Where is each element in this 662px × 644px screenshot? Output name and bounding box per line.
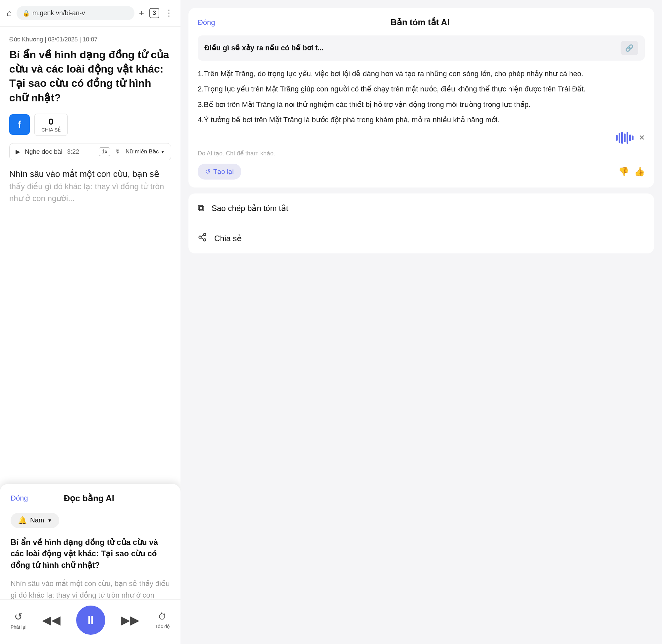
wave-visualization <box>616 132 634 144</box>
wave-bar-3 <box>621 132 623 144</box>
wave-close-button[interactable]: ✕ <box>639 134 645 142</box>
thumbs-down-button[interactable]: 👎 <box>618 167 629 177</box>
ai-actions: ↺ Tạo lại 👎 👍 <box>198 164 645 180</box>
browser-actions: + 3 ⋮ <box>139 8 174 18</box>
home-icon[interactable]: ⌂ <box>7 8 12 18</box>
mic-icon: 🎙 <box>115 148 121 155</box>
speed-badge[interactable]: 1x <box>99 147 110 156</box>
svg-line-4 <box>201 235 204 237</box>
wave-bar-2 <box>619 133 620 143</box>
ai-question-box: Điều gì sẽ xảy ra nếu có bể bơi t... 🔗 <box>198 36 645 61</box>
speed-button[interactable]: ⏱ Tốc độ <box>155 612 170 629</box>
share-count-box: 0 CHIA SẺ <box>34 114 68 136</box>
svg-line-3 <box>201 238 204 239</box>
copy-label: Sao chép bản tóm tắt <box>212 204 288 213</box>
summary-point-1: 1.Trên Mặt Trăng, do trọng lực yếu, việc… <box>198 68 645 80</box>
regenerate-label: Tạo lại <box>213 168 234 176</box>
pause-icon: ⏸ <box>85 613 97 627</box>
modal-title: Đọc bằng AI <box>64 493 114 504</box>
forward-button[interactable]: ▶▶ <box>121 613 139 627</box>
facebook-share-button[interactable]: f <box>9 114 30 135</box>
speed-label: Tốc độ <box>155 624 170 629</box>
more-menu-icon[interactable]: ⋮ <box>165 8 174 18</box>
tab-count-badge[interactable]: 3 <box>149 8 159 18</box>
chevron-down-icon: ▼ <box>160 149 165 154</box>
feedback-buttons: 👎 👍 <box>618 167 645 177</box>
share-bar: f 0 CHIA SẺ <box>9 114 171 136</box>
ai-summary-panel: Đóng Bản tóm tắt AI Điều gì sẽ xảy ra nế… <box>188 8 654 187</box>
ai-disclaimer: Do AI tạo. Chỉ để tham khảo. <box>198 150 645 157</box>
action-list: ⧉ Sao chép bản tóm tắt Chia sẻ <box>188 193 654 253</box>
left-panel: ⌂ 🔒 m.genk.vn/bi-an-v + 3 ⋮ Đức Khương |… <box>0 0 181 644</box>
pause-button[interactable]: ⏸ <box>76 605 105 635</box>
ai-summary-body: 1.Trên Mặt Trăng, do trọng lực yếu, việc… <box>198 68 645 126</box>
wave-bar-4 <box>624 134 625 142</box>
bell-icon: 🔔 <box>18 516 27 525</box>
modal-header: Đóng Đọc bằng AI <box>10 493 170 504</box>
article-meta: Đức Khương | 03/01/2025 | 10:07 <box>9 36 171 43</box>
wave-bar-6 <box>629 135 631 141</box>
share-label: Chia sẻ <box>214 234 242 243</box>
url-text: m.genk.vn/bi-an-v <box>32 9 85 17</box>
voice-selector[interactable]: Nữ miền Bắc ▼ <box>125 148 165 155</box>
copy-summary-item[interactable]: ⧉ Sao chép bản tóm tắt <box>188 193 654 223</box>
regenerate-button[interactable]: ↺ Tạo lại <box>198 164 241 180</box>
thumbs-up-button[interactable]: 👍 <box>634 167 645 177</box>
share-count: 0 <box>49 117 53 127</box>
modal-close-button[interactable]: Đóng <box>10 494 28 503</box>
share-label: CHIA SẺ <box>41 127 61 133</box>
wave-bar-5 <box>626 132 628 144</box>
wave-bar-1 <box>616 135 618 141</box>
share-icon <box>198 233 207 244</box>
audio-bar[interactable]: ▶ Nghe đọc bài 3:22 1x 🎙 Nữ miền Bắc ▼ <box>9 143 171 160</box>
copy-icon: ⧉ <box>198 203 204 214</box>
url-bar[interactable]: 🔒 m.genk.vn/bi-an-v <box>17 6 135 20</box>
article-preview: Nhìn sâu vào mắt một con cừu, bạn sẽ <box>9 168 171 181</box>
rewind-button[interactable]: ◀◀ <box>42 613 61 627</box>
speed-icon: ⏱ <box>158 612 167 622</box>
browser-bar: ⌂ 🔒 m.genk.vn/bi-an-v + 3 ⋮ <box>0 0 181 26</box>
modal-article-title: Bí ẩn về hình dạng đồng tử của cừu và cá… <box>10 537 170 571</box>
share-item[interactable]: Chia sẻ <box>188 223 654 253</box>
summary-point-3: 3.Bể bơi trên Mặt Trăng là nơi thử nghiệ… <box>198 99 645 111</box>
replay-icon: ↺ <box>14 611 23 622</box>
replay-button[interactable]: ↺ Phát lại <box>10 611 26 630</box>
summary-point-4: 4.Ý tưởng bể bơi trên Mặt Trăng là bước … <box>198 114 645 126</box>
summary-point-2: 2.Trọng lực yếu trên Mặt Trăng giúp con … <box>198 83 645 95</box>
link-icon[interactable]: 🔗 <box>621 41 638 55</box>
rewind-icon: ◀◀ <box>42 613 61 627</box>
ai-panel-close-button[interactable]: Đóng <box>198 18 215 27</box>
chevron-down-icon: ▼ <box>47 518 52 523</box>
ai-panel-title: Bản tóm tắt AI <box>391 17 449 27</box>
right-panel: Đóng Bản tóm tắt AI Điều gì sẽ xảy ra nế… <box>181 0 662 644</box>
audio-time: 3:22 <box>67 148 79 155</box>
article-preview-fade: thấy điều gì đó khác lạ: thay vì đồng tử… <box>9 181 171 204</box>
regenerate-icon: ↺ <box>205 168 211 176</box>
voice-selector-button[interactable]: 🔔 Nam ▼ <box>10 513 59 528</box>
add-tab-icon[interactable]: + <box>139 8 144 18</box>
voice-name: Nữ miền Bắc <box>125 148 159 155</box>
audio-play-icon[interactable]: ▶ <box>16 148 20 155</box>
replay-label: Phát lại <box>10 624 26 630</box>
bottom-controls: ↺ Phát lại ◀◀ ⏸ ▶▶ ⏱ Tốc độ <box>0 599 181 644</box>
audio-label: Nghe đọc bài <box>25 148 62 155</box>
wave-bar-7 <box>632 136 634 140</box>
facebook-icon: f <box>18 119 21 130</box>
voice-name-label: Nam <box>30 516 44 524</box>
forward-icon: ▶▶ <box>121 613 139 627</box>
ai-reading-modal: Đóng Đọc bằng AI 🔔 Nam ▼ Bí ẩn về hình d… <box>0 484 181 644</box>
ai-question-text: Điều gì sẽ xảy ra nếu có bể bơi t... <box>204 44 324 52</box>
ai-panel-header: Đóng Bản tóm tắt AI <box>198 17 645 27</box>
lock-icon: 🔒 <box>23 9 30 17</box>
article-title: Bí ẩn về hình dạng đồng tử của cừu và cá… <box>9 48 171 105</box>
audio-wave-bar: ✕ <box>198 132 645 144</box>
